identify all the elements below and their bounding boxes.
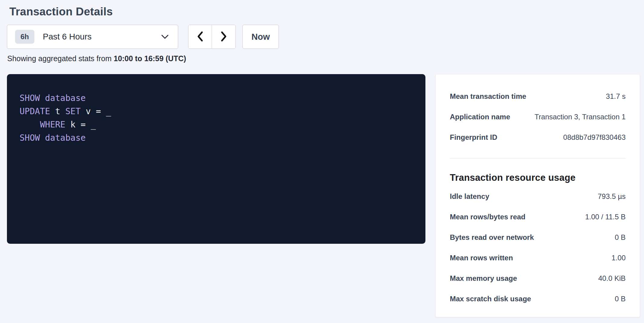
stat-label: Bytes read over network (450, 233, 534, 242)
sql-keyword: SHOW database (20, 93, 86, 103)
time-range-label: Past 6 Hours (43, 32, 161, 42)
summary-row: Application nameTransaction 3, Transacti… (450, 107, 626, 127)
stat-value: 0 B (615, 233, 626, 242)
sql-line: SHOW database (20, 131, 416, 145)
sql-keyword: UPDATE (20, 106, 50, 116)
stat-value: 1.00 / 11.5 B (585, 213, 626, 221)
time-range-dropdown[interactable]: 6h Past 6 Hours (7, 25, 178, 49)
resource-row: Mean rows written1.00 (450, 248, 626, 268)
time-controls: 6h Past 6 Hours (7, 25, 640, 49)
sql-line: UPDATE t SET v = _ (20, 105, 416, 118)
stat-label: Application name (450, 113, 510, 121)
sql-statement-box: SHOW databaseUPDATE t SET v = _ WHERE k … (7, 74, 425, 244)
sql-line: WHERE k = _ (20, 118, 416, 131)
resource-usage-section: Idle latency793.5 µsMean rows/bytes read… (450, 186, 626, 309)
resource-row: Idle latency793.5 µs (450, 186, 626, 207)
sql-identifier (20, 120, 40, 130)
chevron-left-icon (196, 30, 205, 43)
aggregation-subtitle: Showing aggregated stats from 10:00 to 1… (7, 54, 640, 63)
sql-keyword: SET (65, 106, 81, 116)
subtitle-prefix: Showing aggregated stats from (7, 54, 114, 63)
stat-label: Max memory usage (450, 274, 517, 283)
resource-row: Bytes read over network0 B (450, 227, 626, 248)
card-divider (450, 158, 626, 158)
resource-row: Mean rows/bytes read1.00 / 11.5 B (450, 207, 626, 227)
sql-keyword: SHOW database (20, 133, 86, 143)
stat-value: 793.5 µs (598, 192, 626, 201)
sql-identifier: v = _ (80, 106, 111, 116)
resource-usage-heading: Transaction resource usage (450, 172, 626, 183)
stat-value: 0 B (615, 295, 626, 303)
summary-row: Mean transaction time31.7 s (450, 86, 626, 107)
stat-label: Fingerprint ID (450, 133, 497, 142)
stat-label: Mean rows written (450, 254, 513, 262)
resource-row: Max scratch disk usage0 B (450, 289, 626, 309)
sql-keyword: WHERE (40, 120, 65, 130)
stat-label: Mean transaction time (450, 92, 526, 101)
next-range-button[interactable] (212, 25, 235, 49)
resource-row: Max memory usage40.0 KiB (450, 268, 626, 289)
transaction-details-card: Mean transaction time31.7 sApplication n… (435, 74, 640, 317)
stat-label: Mean rows/bytes read (450, 213, 526, 221)
summary-row: Fingerprint ID08d8b7d97f830463 (450, 127, 626, 148)
sql-identifier: t (50, 106, 65, 116)
subtitle-range: 10:00 to 16:59 (UTC) (114, 54, 186, 63)
time-range-nav (188, 25, 236, 49)
page-title: Transaction Details (9, 5, 640, 19)
time-range-badge: 6h (15, 30, 34, 44)
summary-section: Mean transaction time31.7 sApplication n… (450, 86, 626, 148)
stat-value: 40.0 KiB (598, 274, 626, 283)
chevron-down-icon (161, 34, 169, 39)
transaction-details-page: Transaction Details 6h Past 6 Hours (0, 0, 644, 317)
stat-label: Max scratch disk usage (450, 295, 531, 303)
sql-identifier: k = _ (65, 120, 96, 130)
chevron-right-icon (219, 30, 228, 43)
stat-value: 1.00 (611, 254, 626, 262)
stat-label: Idle latency (450, 192, 489, 201)
stat-value: 08d8b7d97f830463 (563, 133, 626, 142)
now-button[interactable]: Now (242, 25, 279, 49)
prev-range-button[interactable] (188, 25, 212, 49)
main-content: SHOW databaseUPDATE t SET v = _ WHERE k … (7, 74, 640, 317)
stat-value: Transaction 3, Transaction 1 (535, 113, 626, 121)
sql-line: SHOW database (20, 92, 416, 105)
stat-value: 31.7 s (606, 92, 626, 101)
